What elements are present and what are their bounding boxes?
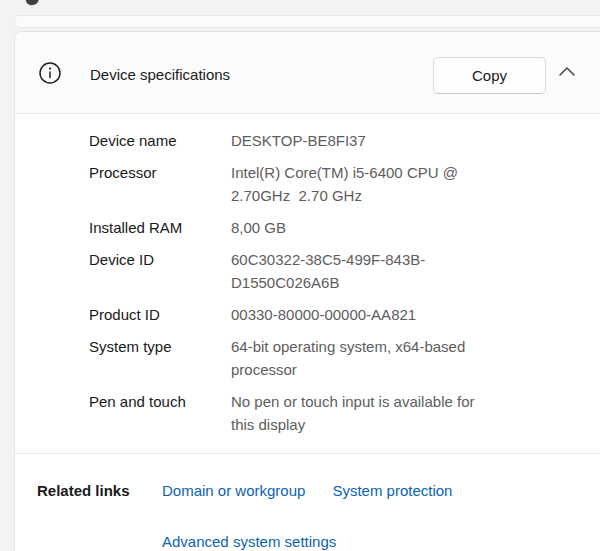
spec-value: 64-bit operating system, x64-based proce… bbox=[231, 335, 536, 381]
cropped-icon-fragment bbox=[25, 0, 40, 6]
spec-row: Product ID 00330-80000-00000-AA821 bbox=[89, 303, 600, 326]
spec-row: System type 64-bit operating system, x64… bbox=[89, 335, 600, 381]
spec-label: System type bbox=[89, 335, 231, 381]
card-title: Device specifications bbox=[90, 66, 230, 83]
spec-label: Pen and touch bbox=[89, 390, 231, 436]
spec-row: Installed RAM 8,00 GB bbox=[89, 216, 600, 239]
spec-row: Pen and touch No pen or touch input is a… bbox=[89, 390, 600, 436]
spec-row: Processor Intel(R) Core(TM) i5-6400 CPU … bbox=[89, 161, 600, 207]
link-advanced-system-settings[interactable]: Advanced system settings bbox=[162, 533, 336, 550]
spec-value: 00330-80000-00000-AA821 bbox=[231, 303, 536, 326]
previous-card-edge bbox=[14, 15, 600, 28]
device-specifications-card: Device specifications Copy Device name D… bbox=[14, 31, 600, 551]
related-links-row: Related links Domain or workgroup System… bbox=[37, 479, 600, 502]
copy-button[interactable]: Copy bbox=[433, 57, 546, 94]
spec-value: DESKTOP-BE8FI37 bbox=[231, 129, 536, 152]
related-links-row: Advanced system settings bbox=[162, 530, 600, 551]
spec-label: Installed RAM bbox=[89, 216, 231, 239]
spec-label: Product ID bbox=[89, 303, 231, 326]
spec-row: Device name DESKTOP-BE8FI37 bbox=[89, 129, 600, 152]
link-system-protection[interactable]: System protection bbox=[332, 479, 452, 502]
spec-list: Device name DESKTOP-BE8FI37 Processor In… bbox=[15, 114, 600, 453]
spec-value: 8,00 GB bbox=[231, 216, 536, 239]
related-links-label: Related links bbox=[37, 479, 162, 502]
chevron-up-icon[interactable] bbox=[558, 65, 576, 79]
spec-row: Device ID 60C30322-38C5-499F-843B- D1550… bbox=[89, 248, 600, 294]
spec-label: Device ID bbox=[89, 248, 231, 294]
settings-about-page: { "page": { "background": "#f3f3f3" }, "… bbox=[0, 0, 600, 551]
spec-value: Intel(R) Core(TM) i5-6400 CPU @ 2.70GHz … bbox=[231, 161, 536, 207]
spec-label: Processor bbox=[89, 161, 231, 207]
device-specifications-expander-header[interactable]: Device specifications Copy bbox=[15, 32, 600, 114]
spec-label: Device name bbox=[89, 129, 231, 152]
related-links-section: Related links Domain or workgroup System… bbox=[15, 453, 600, 551]
link-domain-or-workgroup[interactable]: Domain or workgroup bbox=[162, 479, 305, 502]
spec-value: No pen or touch input is available for t… bbox=[231, 390, 536, 436]
spec-value: 60C30322-38C5-499F-843B- D1550C026A6B bbox=[231, 248, 536, 294]
info-icon bbox=[39, 62, 61, 84]
